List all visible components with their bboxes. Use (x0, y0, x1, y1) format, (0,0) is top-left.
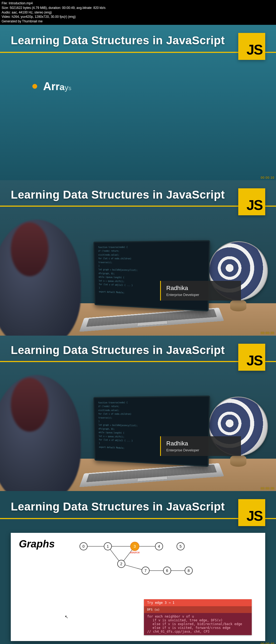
course-title: Learning Data Structures in JavaScript (11, 500, 225, 513)
speaker-role: Enterprise Developer (166, 293, 236, 297)
title-bar: Learning Data Structures in JavaScript (0, 491, 276, 519)
speaker-nameplate: Radhika Enterprise Developer (160, 281, 241, 301)
svg-text:5: 5 (180, 544, 182, 548)
laptop-trackpad (137, 476, 168, 482)
title-overlay: Learning Data Structures in JavaScript (0, 180, 276, 207)
timestamp: 00:00:40 (261, 642, 274, 644)
laptop-keyboard (79, 463, 224, 487)
bullet-item-arrays: A r r a y s (32, 80, 244, 93)
meta-audio: Audio: aac, 44100 Hz, stereo (eng) (2, 10, 274, 15)
algorithm-box: Try edge 3 → 1 DFS (u) for each neighbor… (144, 599, 252, 635)
svg-text:7: 7 (144, 568, 147, 573)
person-silhouette (0, 220, 81, 336)
graph-panel: Graphs 0 1 2 3 source 4 5 6 7 (11, 533, 265, 641)
speaker-nameplate: Radhika Enterprise Developer (160, 436, 241, 456)
speaker-name: Radhika (166, 285, 236, 292)
speaker-role: Enterprise Developer (166, 448, 236, 452)
svg-text:6: 6 (166, 568, 168, 573)
js-logo-icon: JS (238, 499, 265, 526)
file-metadata: File: Introduction.mp4 Size: 5021622 byt… (0, 0, 276, 25)
bullet-list: A r r a y s (0, 53, 276, 120)
laptop-screen: function traverse(node) { if (!node) ret… (93, 396, 210, 467)
timestamp: 00:00:10 (261, 176, 274, 179)
course-title: Learning Data Structures in JavaScript (11, 188, 225, 201)
laptop-trackpad (137, 321, 168, 326)
globe-stand (230, 455, 246, 467)
meta-size: Size: 5021622 bytes (4.79 MiB), duration… (2, 6, 274, 10)
js-logo-icon: JS (238, 33, 265, 60)
thumbnail-frame-3: function traverse(node) { if (!node) ret… (0, 336, 276, 491)
js-logo-icon: JS (238, 344, 265, 371)
timestamp: 00:00:30 (261, 487, 274, 490)
globe-stand (230, 299, 246, 311)
bullet-dot-icon (32, 84, 37, 89)
thumbnail-frame-4: Learning Data Structures in JavaScript J… (0, 491, 276, 644)
svg-text:4: 4 (158, 544, 160, 548)
laptop-screen: function traverse(node) { if (!node) ret… (93, 240, 210, 312)
meta-file: File: Introduction.mp4 (2, 1, 274, 6)
timestamp: 00:00:20 (261, 331, 274, 335)
svg-text:0: 0 (82, 544, 85, 548)
speaker-name: Radhika (166, 440, 236, 447)
course-title: Learning Data Structures in JavaScript (11, 34, 225, 47)
title-overlay: Learning Data Structures in JavaScript (0, 336, 276, 362)
svg-text:3: 3 (134, 544, 136, 548)
svg-text:1: 1 (107, 544, 109, 548)
svg-text:source: source (130, 551, 140, 554)
algo-code-block: for each neighbor v of u if v is unvisit… (144, 613, 252, 635)
laptop-keyboard (79, 308, 224, 332)
svg-text:8: 8 (188, 568, 190, 573)
algo-try-edge: Try edge 3 → 1 (144, 599, 252, 606)
svg-text:2: 2 (120, 562, 122, 566)
thumbnail-frame-1: Learning Data Structures in JavaScript J… (0, 25, 276, 180)
title-bar: Learning Data Structures in JavaScript (0, 25, 276, 53)
course-title: Learning Data Structures in JavaScript (11, 344, 225, 357)
cursor-icon: ↖ (65, 614, 68, 619)
algo-dfs-header: DFS (u) (144, 606, 252, 613)
thumbnail-frame-2: function traverse(node) { if (!node) ret… (0, 180, 276, 336)
person-silhouette (0, 375, 81, 491)
meta-video: Video: h264, yuv420p, 1280x720, 30.00 fp… (2, 15, 274, 19)
meta-generated: Generated by Thumbnail me (2, 19, 274, 24)
js-logo-icon: JS (238, 188, 265, 215)
graph-diagram: 0 1 2 3 source 4 5 6 7 8 (73, 538, 218, 584)
animated-text-arrays: A r r a y s (43, 80, 71, 93)
